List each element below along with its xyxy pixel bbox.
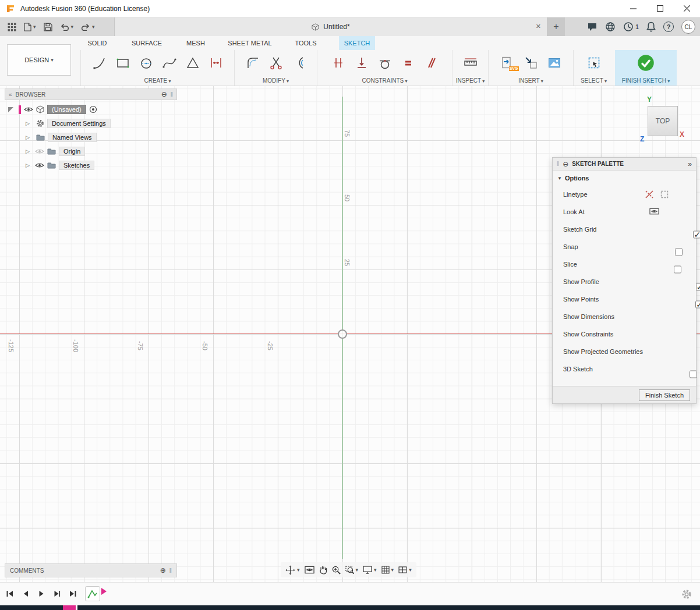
save-button[interactable] bbox=[41, 20, 55, 34]
palette-dock-icon[interactable] bbox=[688, 160, 692, 168]
browser-item-label[interactable]: Document Settings bbox=[47, 119, 111, 128]
equal-constraint-icon[interactable] bbox=[400, 54, 417, 72]
canvas-image-tool-icon[interactable] bbox=[546, 54, 563, 72]
redo-button[interactable] bbox=[78, 20, 98, 33]
timeline-step-forward-button[interactable] bbox=[53, 590, 61, 598]
show-profile-checkbox[interactable] bbox=[696, 283, 700, 290]
section-collapse-icon[interactable] bbox=[557, 176, 562, 181]
viewcube[interactable]: TOP bbox=[648, 106, 678, 136]
job-status-clock-icon[interactable]: 1 bbox=[623, 22, 639, 32]
group-label-insert[interactable]: INSERT bbox=[489, 77, 573, 84]
visibility-eye-icon[interactable] bbox=[35, 162, 44, 169]
line-tool-icon[interactable] bbox=[91, 54, 108, 72]
slice-checkbox[interactable] bbox=[674, 265, 681, 273]
tab-surface[interactable]: SURFACE bbox=[128, 36, 165, 50]
tab-mesh[interactable]: MESH bbox=[179, 36, 212, 50]
document-tab[interactable]: Untitled* bbox=[114, 17, 547, 36]
tab-sheet-metal[interactable]: SHEET METAL bbox=[222, 36, 277, 50]
comments-panel[interactable]: COMMENTS bbox=[5, 563, 177, 577]
workspace-design-dropdown[interactable]: DESIGN bbox=[7, 44, 71, 76]
rectangle-tool-icon[interactable] bbox=[114, 54, 132, 72]
maximize-button[interactable] bbox=[646, 0, 673, 17]
palette-options-section[interactable]: Options bbox=[553, 171, 696, 186]
browser-root-label[interactable]: (Unsaved) bbox=[47, 105, 86, 114]
finish-sketch-label[interactable]: FINISH SKETCH bbox=[615, 77, 677, 84]
viewports-icon[interactable] bbox=[398, 566, 412, 573]
palette-grip[interactable] bbox=[557, 161, 559, 167]
browser-item-label[interactable]: Named Views bbox=[48, 133, 97, 142]
expand-arrow-icon[interactable] bbox=[26, 120, 30, 126]
tab-solid[interactable]: SOLID bbox=[82, 36, 113, 50]
grid-settings-icon[interactable] bbox=[381, 566, 394, 574]
coincident-constraint-icon[interactable] bbox=[353, 54, 370, 72]
construction-linetype-icon[interactable] bbox=[645, 190, 654, 199]
notification-bell-icon[interactable] bbox=[646, 22, 656, 32]
close-button[interactable] bbox=[673, 0, 700, 17]
3d-sketch-checkbox[interactable] bbox=[690, 370, 697, 378]
horizontal-vertical-constraint-icon[interactable] bbox=[330, 54, 347, 72]
zoom-icon[interactable] bbox=[332, 566, 341, 574]
origin-point[interactable] bbox=[338, 329, 347, 339]
activate-radio-icon[interactable] bbox=[89, 105, 97, 114]
expand-arrow-icon[interactable] bbox=[26, 162, 30, 168]
browser-grip[interactable] bbox=[171, 91, 173, 98]
finish-sketch-check-icon[interactable] bbox=[637, 54, 655, 72]
finish-sketch-palette-button[interactable]: Finish Sketch bbox=[639, 389, 690, 401]
zoom-window-icon[interactable] bbox=[345, 566, 359, 574]
sketch-dimension-tool-icon[interactable] bbox=[207, 54, 225, 72]
undo-button[interactable] bbox=[57, 20, 77, 33]
group-label-inspect[interactable]: INSPECT bbox=[452, 77, 488, 84]
orbit-icon[interactable] bbox=[285, 565, 300, 575]
browser-resize-handle-icon[interactable] bbox=[8, 107, 13, 112]
display-settings-icon[interactable] bbox=[363, 566, 377, 574]
timeline-go-to-start-button[interactable] bbox=[6, 590, 14, 598]
group-label-constraints[interactable]: CONSTRAINTS bbox=[317, 77, 452, 84]
group-label-modify[interactable]: MODIFY bbox=[235, 77, 317, 84]
y-axis-green[interactable] bbox=[342, 97, 342, 559]
insert-mesh-tool-icon[interactable] bbox=[522, 54, 540, 72]
group-label-select[interactable]: SELECT bbox=[574, 77, 614, 84]
group-label-create[interactable]: CREATE bbox=[81, 77, 234, 84]
offset-tool-icon[interactable] bbox=[291, 54, 308, 72]
web-globe-icon[interactable] bbox=[605, 22, 616, 32]
browser-item-label[interactable]: Origin bbox=[59, 147, 85, 156]
viewcube-face-label[interactable]: TOP bbox=[656, 117, 670, 125]
visibility-eye-icon[interactable] bbox=[24, 106, 33, 113]
tangent-constraint-icon[interactable] bbox=[376, 54, 394, 72]
spline-tool-icon[interactable] bbox=[161, 54, 178, 72]
file-menu-button[interactable] bbox=[21, 20, 39, 34]
circle-tool-icon[interactable] bbox=[137, 54, 155, 72]
timeline-sketch-feature[interactable] bbox=[85, 586, 100, 601]
measure-tool-icon[interactable] bbox=[462, 54, 479, 72]
projection-linetype-icon[interactable] bbox=[660, 190, 669, 199]
comments-bubble-icon[interactable] bbox=[587, 22, 598, 31]
sketch-grid-checkbox[interactable] bbox=[693, 230, 700, 238]
expand-arrow-icon[interactable] bbox=[26, 134, 30, 140]
help-icon[interactable] bbox=[663, 22, 674, 32]
browser-item-label[interactable]: Sketches bbox=[59, 161, 94, 170]
look-at-icon[interactable] bbox=[649, 208, 659, 216]
timeline-step-back-button[interactable] bbox=[22, 590, 30, 598]
select-tool-icon[interactable] bbox=[585, 54, 603, 72]
parallel-constraint-icon[interactable] bbox=[423, 54, 440, 72]
minimize-button[interactable] bbox=[620, 0, 646, 17]
timeline-go-to-end-button[interactable] bbox=[69, 590, 77, 598]
sketch-canvas[interactable]: 75 50 25 -125 -100 -75 -50 -25 BROWSER (… bbox=[0, 86, 700, 582]
visibility-eye-off-icon[interactable] bbox=[35, 148, 44, 155]
timeline-settings-gear-icon[interactable] bbox=[681, 589, 692, 600]
expand-arrow-icon[interactable] bbox=[26, 148, 30, 154]
browser-minimize-icon[interactable] bbox=[161, 90, 167, 98]
app-grid-icon[interactable] bbox=[5, 20, 19, 34]
pan-hand-icon[interactable] bbox=[319, 565, 327, 574]
trim-scissors-tool-icon[interactable] bbox=[267, 54, 285, 72]
browser-collapse-icon[interactable] bbox=[9, 91, 12, 98]
look-at-view-icon[interactable] bbox=[305, 566, 314, 574]
insert-svg-tool-icon[interactable]: SVG bbox=[499, 54, 517, 72]
user-avatar[interactable]: CL bbox=[681, 20, 695, 34]
timeline-play-button[interactable] bbox=[37, 590, 45, 598]
polygon-tool-icon[interactable] bbox=[184, 54, 201, 72]
tab-sketch[interactable]: SKETCH bbox=[339, 36, 375, 50]
show-points-checkbox[interactable] bbox=[695, 300, 700, 308]
add-comment-icon[interactable] bbox=[160, 566, 166, 574]
snap-checkbox[interactable] bbox=[675, 248, 683, 256]
